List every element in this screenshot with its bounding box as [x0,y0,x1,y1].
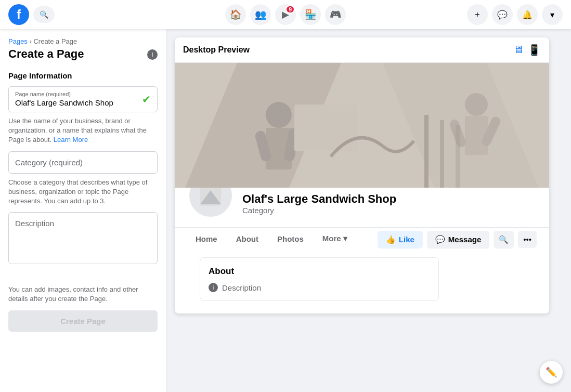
section-title: Page Information [8,71,158,80]
bottom-section: You can add images, contact info and oth… [8,281,158,331]
page-name-helper: Use the name of your business, brand or … [8,116,158,145]
video-nav-button[interactable]: ▶ 9 [275,4,296,25]
svg-point-4 [266,102,292,128]
svg-rect-14 [440,120,444,188]
search-bar[interactable]: 🔍 [33,6,55,23]
cover-photo [175,63,549,188]
edit-fab-button[interactable]: ✏️ [540,361,563,384]
preview-title: Desktop Preview [183,45,250,55]
about-section-title: About [209,266,430,277]
tab-actions: 👍 Like 💬 Message 🔍 ••• [378,231,537,249]
friends-nav-button[interactable]: 👥 [250,4,271,25]
about-description-item: i Description [209,283,430,292]
search-tab-button[interactable]: 🔍 [494,231,514,249]
messenger-icon: 💬 [497,10,508,20]
like-button[interactable]: 👍 Like [378,231,423,249]
thumbs-up-icon: 👍 [386,235,396,244]
info-circle-icon: i [209,283,218,292]
preview-card: Desktop Preview 🖥 📱 [175,37,549,313]
plus-icon: + [475,10,479,19]
checkmark-icon: ✔ [142,93,151,106]
profile-info: Olaf's Large Sandwich Shop Category [242,192,396,219]
page-name-label: Page name (required) [15,91,151,97]
about-section: About i Description [200,257,439,301]
page-name-value: Olaf's Large Sandwich Shop [15,98,113,107]
notification-badge: 9 [286,5,295,14]
tab-more[interactable]: More ▾ [314,228,356,251]
nav-right: + 💬 🔔 ▾ [467,4,563,25]
desktop-view-icon[interactable]: 🖥 [513,44,524,56]
page-tabs: Home About Photos More ▾ 👍 Like 💬 Messag… [175,227,549,251]
create-page-button[interactable]: Create Page [8,310,158,332]
profile-page-name: Olaf's Large Sandwich Shop [242,192,396,206]
main-layout: Pages › Create a Page Create a Page i Pa… [0,29,571,392]
tab-about[interactable]: About [228,228,267,251]
mobile-view-icon[interactable]: 📱 [528,44,541,56]
home-icon: 🏠 [230,9,241,20]
preview-header: Desktop Preview 🖥 📱 [175,37,549,63]
breadcrumb-pages-link[interactable]: Pages [8,37,28,45]
page-name-field[interactable]: Page name (required) Olaf's Large Sandwi… [8,86,158,112]
message-button[interactable]: 💬 Message [427,231,489,249]
search-icon: 🔍 [40,10,48,19]
svg-rect-8 [294,104,357,151]
tab-photos[interactable]: Photos [269,228,312,251]
svg-rect-15 [456,125,460,188]
cover-illustration [175,63,549,188]
bell-icon: 🔔 [522,10,533,20]
profile-page-category: Category [242,206,396,215]
nav-center: 🏠 👥 ▶ 9 🏪 🎮 [225,4,346,25]
chevron-down-icon: ▾ [550,10,554,20]
view-toggle: 🖥 📱 [513,44,541,56]
messenger-button[interactable]: 💬 [492,4,513,25]
top-navigation: f 🔍 🏠 👥 ▶ 9 🏪 🎮 + 💬 🔔 [0,0,571,29]
marketplace-icon: 🏪 [305,9,316,20]
create-button[interactable]: + [467,4,488,25]
facebook-logo[interactable]: f [8,4,29,25]
gaming-nav-button[interactable]: 🎮 [325,4,346,25]
info-icon[interactable]: i [147,49,158,60]
breadcrumb: Pages › Create a Page [8,37,158,45]
friends-icon: 👥 [255,9,266,20]
gaming-icon: 🎮 [330,9,341,20]
svg-rect-13 [424,115,429,188]
bottom-helper-text: You can add images, contact info and oth… [8,281,158,304]
description-field[interactable]: Description [8,212,158,264]
notifications-button[interactable]: 🔔 [517,4,538,25]
left-panel: Pages › Create a Page Create a Page i Pa… [0,29,166,392]
page-title: Create a Page [8,47,84,61]
more-options-button[interactable]: ••• [518,231,537,248]
svg-point-9 [465,93,488,116]
nav-left: f 🔍 [8,4,55,25]
learn-more-link[interactable]: Learn More [54,136,88,143]
tab-home[interactable]: Home [187,228,226,251]
account-menu-button[interactable]: ▾ [542,4,563,25]
preview-content: About i Description [175,257,549,313]
category-helper: Choose a category that describes what ty… [8,178,158,206]
home-nav-button[interactable]: 🏠 [225,4,246,25]
right-panel: Desktop Preview 🖥 📱 [166,29,571,392]
category-field[interactable]: Category (required) [8,151,158,174]
marketplace-nav-button[interactable]: 🏪 [300,4,321,25]
messenger-msg-icon: 💬 [435,235,445,244]
